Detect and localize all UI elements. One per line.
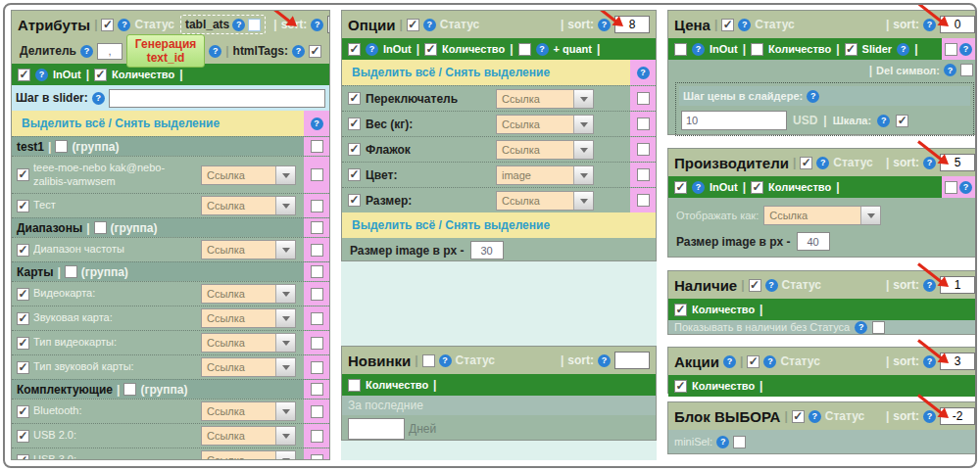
help-icon[interactable] bbox=[692, 43, 705, 56]
help-icon[interactable] bbox=[923, 279, 936, 292]
attribute-checkbox[interactable] bbox=[17, 430, 29, 443]
image-size-input[interactable] bbox=[470, 241, 504, 259]
help-icon[interactable] bbox=[439, 354, 452, 367]
quantity-checkbox[interactable] bbox=[751, 181, 763, 194]
select-all-link[interactable]: Выделить всё / Снять выделение bbox=[352, 218, 550, 232]
help-icon[interactable] bbox=[959, 43, 972, 56]
flag-checkbox[interactable] bbox=[311, 383, 323, 396]
status-checkbox[interactable] bbox=[407, 19, 419, 31]
help-icon[interactable] bbox=[944, 64, 956, 76]
status-checkbox[interactable] bbox=[749, 279, 761, 292]
attribute-checkbox[interactable] bbox=[17, 454, 29, 461]
help-icon[interactable] bbox=[311, 118, 323, 130]
flag-checkbox[interactable] bbox=[311, 200, 323, 212]
help-icon[interactable] bbox=[765, 279, 778, 292]
quant-checkbox[interactable] bbox=[518, 43, 531, 56]
help-icon[interactable] bbox=[923, 157, 936, 169]
days-input[interactable] bbox=[348, 418, 405, 440]
attribute-checkbox[interactable] bbox=[17, 405, 29, 418]
help-icon[interactable] bbox=[598, 19, 611, 31]
option-checkbox[interactable] bbox=[348, 118, 361, 130]
quantity-checkbox[interactable] bbox=[674, 304, 687, 316]
quantity-checkbox[interactable] bbox=[751, 43, 763, 56]
select-all-link[interactable]: Выделить всё / Снять выделение bbox=[352, 66, 550, 79]
attribute-checkbox[interactable] bbox=[17, 361, 29, 374]
inout-checkbox[interactable] bbox=[18, 69, 30, 81]
help-icon[interactable] bbox=[959, 181, 972, 194]
attribute-checkbox[interactable] bbox=[17, 312, 29, 325]
htmltags-checkbox[interactable] bbox=[309, 45, 321, 58]
sort-input[interactable] bbox=[327, 16, 330, 33]
help-icon[interactable] bbox=[877, 115, 890, 127]
help-icon[interactable] bbox=[35, 69, 48, 81]
inout-checkbox[interactable] bbox=[674, 43, 687, 56]
quantity-checkbox[interactable] bbox=[348, 379, 361, 392]
status-checkbox[interactable] bbox=[792, 410, 805, 423]
help-icon[interactable] bbox=[807, 90, 819, 103]
flag-checkbox[interactable] bbox=[311, 361, 323, 374]
flag-checkbox[interactable] bbox=[311, 454, 323, 461]
flag-checkbox[interactable] bbox=[637, 168, 650, 181]
inout-checkbox[interactable] bbox=[348, 43, 361, 56]
group-checkbox[interactable] bbox=[65, 265, 77, 278]
select-all-link[interactable]: Выделить всё / Снять выделение bbox=[22, 117, 220, 130]
help-icon[interactable] bbox=[209, 45, 221, 58]
option-checkbox[interactable] bbox=[348, 143, 361, 156]
flag-checkbox[interactable] bbox=[311, 140, 323, 153]
display-type-select[interactable]: Ссылка bbox=[201, 333, 296, 353]
option-checkbox[interactable] bbox=[348, 168, 361, 181]
slider-step-input[interactable] bbox=[109, 89, 325, 108]
group-checkbox[interactable] bbox=[94, 221, 107, 234]
display-type-select[interactable]: Ссылка bbox=[201, 240, 296, 259]
display-type-select[interactable]: Ссылка bbox=[496, 191, 594, 211]
group-checkbox[interactable] bbox=[55, 140, 68, 153]
help-icon[interactable] bbox=[92, 92, 105, 105]
help-icon[interactable] bbox=[80, 45, 93, 58]
attribute-checkbox[interactable] bbox=[17, 200, 29, 212]
corner-checkbox[interactable] bbox=[945, 43, 957, 56]
option-checkbox[interactable] bbox=[348, 194, 361, 207]
tabl-ats-checkbox[interactable] bbox=[248, 19, 261, 31]
flag-checkbox[interactable] bbox=[311, 265, 323, 278]
flag-checkbox[interactable] bbox=[311, 288, 323, 301]
display-type-select[interactable]: Ссылка bbox=[201, 196, 296, 215]
help-icon[interactable] bbox=[763, 355, 776, 368]
sort-input[interactable] bbox=[614, 352, 650, 369]
help-icon[interactable] bbox=[923, 410, 936, 423]
help-icon[interactable] bbox=[923, 19, 936, 31]
minisel-checkbox[interactable] bbox=[733, 436, 746, 448]
display-type-select[interactable]: Ссылка bbox=[201, 357, 296, 377]
quantity-checkbox[interactable] bbox=[94, 69, 107, 81]
inout-checkbox[interactable] bbox=[674, 181, 687, 194]
show-without-status-checkbox[interactable] bbox=[872, 321, 885, 334]
status-checkbox[interactable] bbox=[721, 19, 734, 31]
flag-checkbox[interactable] bbox=[311, 168, 323, 181]
help-icon[interactable] bbox=[716, 436, 729, 448]
generate-text-id-button[interactable]: Генерация text_id bbox=[126, 34, 205, 68]
display-type-select[interactable]: Ссылка bbox=[496, 115, 594, 134]
quantity-checkbox[interactable] bbox=[674, 380, 687, 393]
display-type-select[interactable]: Ссылка bbox=[201, 284, 296, 304]
flag-checkbox[interactable] bbox=[637, 92, 650, 105]
display-type-select[interactable]: Ссылка bbox=[496, 89, 594, 109]
help-icon[interactable] bbox=[738, 19, 751, 31]
divider-input[interactable] bbox=[97, 43, 122, 60]
scale-checkbox[interactable] bbox=[896, 115, 908, 127]
help-icon[interactable] bbox=[292, 45, 305, 58]
display-as-select[interactable]: Ссылка bbox=[763, 206, 881, 225]
flag-checkbox[interactable] bbox=[311, 337, 323, 350]
display-type-select[interactable]: Ссылка bbox=[201, 308, 296, 328]
flag-checkbox[interactable] bbox=[311, 405, 323, 418]
help-icon[interactable] bbox=[598, 354, 611, 367]
help-icon[interactable] bbox=[897, 43, 909, 56]
help-icon[interactable] bbox=[366, 43, 378, 56]
status-checkbox[interactable] bbox=[747, 355, 760, 368]
flag-checkbox[interactable] bbox=[637, 194, 650, 207]
help-icon[interactable] bbox=[816, 157, 829, 169]
del-symbol-checkbox[interactable] bbox=[960, 64, 973, 76]
help-icon[interactable] bbox=[311, 19, 323, 31]
help-icon[interactable] bbox=[637, 67, 650, 79]
attribute-checkbox[interactable] bbox=[17, 244, 29, 257]
flag-checkbox[interactable] bbox=[311, 244, 323, 257]
help-icon[interactable] bbox=[692, 181, 705, 194]
